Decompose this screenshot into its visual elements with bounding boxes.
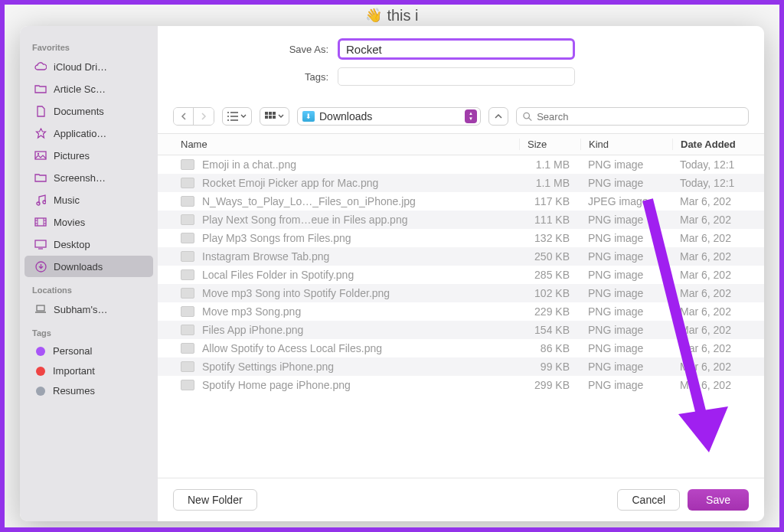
sidebar-tag-personal[interactable]: Personal	[24, 341, 153, 361]
search-field[interactable]	[516, 107, 749, 126]
file-kind: PNG image	[580, 177, 672, 189]
col-date[interactable]: Date Added	[672, 139, 764, 150]
list-view-button[interactable]	[222, 107, 252, 126]
location-dropdown[interactable]: ⬇ Downloads ▲▼	[297, 107, 481, 126]
sidebar-item-screensh[interactable]: Screensh…	[24, 167, 153, 188]
chevron-up-icon	[495, 113, 502, 119]
file-list[interactable]: Emoji in a chat..png1.1 MBPNG imageToday…	[158, 155, 764, 478]
apps-icon	[34, 126, 47, 140]
save-dialog: Favorites iCloud Dri…Article Sc…Document…	[20, 26, 764, 521]
file-name: Local Files Folder in Spotify.png	[202, 269, 519, 281]
file-row[interactable]: Move mp3 Song.png229 KBPNG imageMar 6, 2…	[158, 302, 764, 321]
file-name: Spotify Settings iPhone.png	[202, 361, 519, 373]
save-button[interactable]: Save	[688, 489, 749, 511]
sidebar-item-label: Movies	[54, 217, 85, 228]
tags-label: Tags:	[173, 71, 338, 83]
tags-input[interactable]	[338, 67, 575, 86]
nav-back-forward[interactable]	[173, 107, 214, 126]
column-headers[interactable]: Name Size Kind Date Added	[158, 134, 764, 155]
file-kind: PNG image	[580, 269, 672, 281]
file-thumb-icon	[181, 178, 194, 188]
file-row[interactable]: Spotify Home page iPhone.png299 KBPNG im…	[158, 376, 764, 394]
file-date: Mar 6, 202	[672, 342, 764, 354]
list-icon	[227, 112, 238, 121]
sidebar-tag-important[interactable]: Important	[24, 361, 153, 380]
file-name: Move mp3 Song into Spotify Folder.png	[202, 287, 519, 299]
main-panel: Save As: Tags:	[158, 26, 764, 521]
group-view-button[interactable]	[260, 107, 289, 126]
toolbar: ⬇ Downloads ▲▼	[158, 101, 764, 134]
file-row[interactable]: Instagram Browse Tab.png250 KBPNG imageM…	[158, 247, 764, 266]
sidebar-item-downloads[interactable]: Downloads	[24, 256, 153, 277]
sidebar-item-desktop[interactable]: Desktop	[24, 233, 153, 255]
file-row[interactable]: Move mp3 Song into Spotify Folder.png102…	[158, 284, 764, 302]
file-size: 132 KB	[519, 232, 580, 244]
sidebar-item-label: Personal	[53, 345, 92, 357]
sidebar-location[interactable]: Subham's…	[24, 299, 153, 320]
file-kind: PNG image	[580, 324, 672, 336]
desktop-icon	[34, 237, 47, 251]
sidebar-item-label: Music	[54, 194, 80, 206]
sidebar-item-applicatio[interactable]: Applicatio…	[24, 122, 153, 144]
file-kind: PNG image	[580, 250, 672, 263]
svg-rect-11	[265, 116, 268, 119]
col-kind[interactable]: Kind	[580, 139, 672, 150]
sidebar-item-pictures[interactable]: Pictures	[24, 145, 153, 166]
file-row[interactable]: Allow Spotify to Acess Local Files.png86…	[158, 339, 764, 357]
tags-header: Tags	[20, 321, 158, 341]
laptop-icon	[34, 302, 47, 316]
file-row[interactable]: Spotify Settings iPhone.png99 KBPNG imag…	[158, 357, 764, 376]
search-input[interactable]	[537, 111, 742, 122]
file-size: 1.1 MB	[519, 158, 580, 171]
file-thumb-icon	[181, 361, 194, 372]
file-row[interactable]: Local Files Folder in Spotify.png285 KBP…	[158, 266, 764, 284]
file-thumb-icon	[181, 233, 194, 243]
sidebar-item-movies[interactable]: Movies	[24, 211, 153, 233]
file-kind: PNG image	[580, 214, 672, 226]
parent-folder-button[interactable]	[488, 107, 508, 126]
sidebar-tag-resumes[interactable]: Resumes	[24, 381, 153, 400]
sidebar-item-iclouddri[interactable]: iCloud Dri…	[24, 56, 153, 77]
chevron-down-icon	[278, 114, 284, 119]
sidebar-item-articlesc[interactable]: Article Sc…	[24, 78, 153, 100]
file-row[interactable]: Rocket Emoji Picker app for Mac.png1.1 M…	[158, 174, 764, 192]
forward-button[interactable]	[194, 108, 214, 125]
file-thumb-icon	[181, 251, 194, 262]
file-row[interactable]: Emoji in a chat..png1.1 MBPNG imageToday…	[158, 155, 764, 174]
updown-chevron-icon: ▲▼	[465, 109, 477, 123]
svg-point-1	[38, 153, 39, 155]
file-name: Rocket Emoji Picker app for Mac.png	[202, 177, 519, 189]
document-icon	[34, 104, 47, 118]
file-row[interactable]: Files App iPhone.png154 KBPNG imageMar 6…	[158, 321, 764, 339]
col-size[interactable]: Size	[519, 139, 580, 150]
save-as-label: Save As:	[173, 44, 338, 55]
file-row[interactable]: Play Next Song from…eue in Files app.png…	[158, 211, 764, 229]
grid-icon	[265, 112, 276, 121]
save-as-input[interactable]	[338, 38, 575, 60]
svg-rect-5	[35, 240, 46, 247]
file-size: 117 KB	[519, 195, 580, 207]
new-folder-button[interactable]: New Folder	[173, 489, 257, 511]
cancel-button[interactable]: Cancel	[617, 489, 680, 511]
file-thumb-icon	[181, 159, 194, 170]
file-kind: PNG image	[580, 232, 672, 244]
back-button[interactable]	[174, 108, 194, 125]
file-date: Mar 6, 202	[672, 250, 764, 263]
file-size: 102 KB	[519, 287, 580, 299]
file-thumb-icon	[181, 288, 194, 299]
file-kind: PNG image	[580, 305, 672, 318]
file-kind: PNG image	[580, 287, 672, 299]
file-row[interactable]: N_Ways_to_Play_Lo…_Files_on_iPhone.jpg11…	[158, 192, 764, 211]
file-date: Mar 6, 202	[672, 324, 764, 336]
sidebar-item-music[interactable]: Music	[24, 189, 153, 211]
file-date: Today, 12:1	[672, 177, 764, 189]
file-row[interactable]: Play Mp3 Songs from Files.png132 KBPNG i…	[158, 229, 764, 247]
svg-point-3	[43, 201, 46, 204]
col-name[interactable]: Name	[181, 139, 519, 150]
file-date: Mar 6, 202	[672, 305, 764, 318]
file-date: Mar 6, 202	[672, 232, 764, 244]
sidebar-item-label: Subham's…	[54, 304, 107, 315]
file-size: 299 KB	[519, 379, 580, 391]
sidebar-item-documents[interactable]: Documents	[24, 100, 153, 122]
file-name: Instagram Browse Tab.png	[202, 250, 519, 263]
